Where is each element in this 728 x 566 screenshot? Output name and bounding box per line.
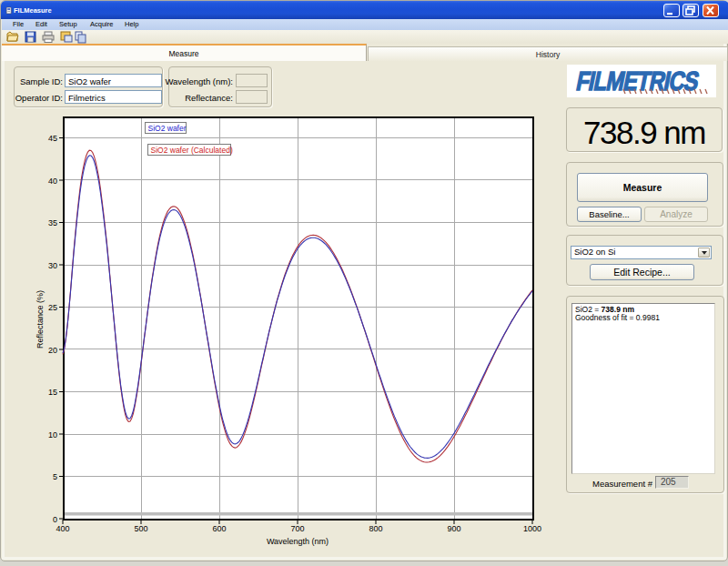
svg-text:0: 0 [53, 515, 57, 524]
svg-text:30: 30 [48, 261, 57, 270]
svg-text:35: 35 [48, 218, 57, 227]
svg-text:600: 600 [212, 524, 226, 533]
svg-text:10: 10 [48, 430, 57, 440]
svg-text:700: 700 [290, 524, 304, 533]
svg-text:900: 900 [447, 524, 460, 533]
svg-text:SiO2 wafer: SiO2 wafer [148, 124, 187, 133]
svg-text:500: 500 [134, 524, 147, 533]
svg-text:1000: 1000 [523, 524, 541, 533]
svg-text:45: 45 [48, 134, 57, 143]
svg-text:15: 15 [48, 388, 57, 397]
svg-text:Reflectance (%): Reflectance (%) [35, 290, 45, 349]
svg-text:25: 25 [48, 303, 57, 312]
svg-text:400: 400 [56, 524, 69, 533]
svg-text:SiO2 wafer (Calculated): SiO2 wafer (Calculated) [151, 146, 233, 155]
svg-text:40: 40 [48, 177, 57, 186]
svg-text:5: 5 [53, 472, 57, 481]
svg-text:800: 800 [369, 524, 382, 533]
svg-text:Wavelength (nm): Wavelength (nm) [267, 537, 329, 546]
svg-text:20: 20 [48, 346, 57, 355]
svg-text:FILMETRICS: FILMETRICS [574, 66, 702, 96]
